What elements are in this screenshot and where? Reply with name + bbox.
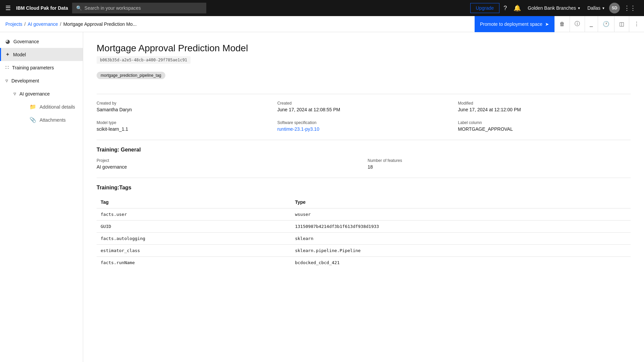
table-row: facts.userwsuser (97, 208, 631, 221)
num-features-value: 18 (368, 164, 631, 170)
type-col-header: Type (291, 196, 631, 208)
sidebar-item-development-label: Development (11, 78, 39, 83)
created-value: June 17, 2024 at 12:08:55 PM (277, 107, 450, 112)
sidebar-item-additional-details[interactable]: 📁 Additional details (27, 100, 83, 113)
table-row: facts.runNamebcdocked_cbcd_421 (97, 257, 631, 269)
sidebar-item-governance-label: Governance (13, 39, 39, 44)
model-type-label: Model type (97, 120, 269, 125)
grid-icon[interactable]: ⋮ (629, 16, 644, 32)
type-cell: sklearn.pipeline.Pipeline (291, 245, 631, 257)
sidebar-item-training-params[interactable]: ∷ Training parameters (0, 61, 83, 74)
num-features-label: Number of features (368, 158, 631, 163)
help-icon[interactable]: ? (501, 2, 509, 14)
training-general-grid: Project AI governance Number of features… (97, 158, 631, 170)
region-dropdown[interactable]: Dallas ▼ (585, 4, 608, 12)
training-general-title: Training: General (97, 147, 631, 153)
info-grid-top: Created by Samantha Daryn Created June 1… (97, 101, 631, 112)
training-icon: ∷ (5, 64, 9, 71)
breadcrumb-actions: Promote to deployment space ➤ 🗑 ⓘ ⎯ 🕐 ◫ … (475, 16, 644, 32)
nav-right: Upgrade ? 🔔 Golden Bank Branches ▼ Dalla… (470, 2, 639, 14)
breadcrumb-projects[interactable]: Projects (5, 21, 22, 27)
tag-cell: facts.autologging (97, 233, 291, 245)
sidebar-item-development[interactable]: ▿ Development (0, 74, 83, 87)
software-spec-value[interactable]: runtime-23.1-py3.10 (277, 126, 319, 132)
brand-name: IBM Cloud Pak for Data (16, 5, 68, 11)
training-tags-title: Training:Tags (97, 185, 631, 191)
cell-num-features: Number of features 18 (368, 158, 631, 170)
tags-table: Tag Type facts.userwsuserGUID13150987b42… (97, 196, 631, 268)
model-id: b063b35d-a2e5-48cb-a400-29f785ae1c91 (97, 56, 191, 64)
sidebar-item-attachments-label: Attachments (40, 117, 66, 123)
delete-icon[interactable]: 🗑 (554, 16, 570, 32)
promote-label: Promote to deployment space (480, 21, 542, 27)
type-cell: 13150987b4214df3b1f613df938d1933 (291, 221, 631, 233)
account-chevron-icon: ▼ (577, 6, 581, 10)
ai-governance-icon: ▿ (13, 90, 16, 97)
tag-cell: facts.user (97, 208, 291, 221)
region-chevron-icon: ▼ (602, 6, 605, 10)
type-cell: bcdocked_cbcd_421 (291, 257, 631, 269)
promote-icon: ➤ (545, 21, 549, 27)
account-name: Golden Bank Branches (528, 5, 576, 11)
history-icon[interactable]: 🕐 (598, 16, 614, 32)
breadcrumb-current: Mortgage Approval Prediction Mo... (63, 21, 137, 27)
account-dropdown[interactable]: Golden Bank Branches ▼ (525, 4, 583, 12)
modified-value: June 17, 2024 at 12:12:00 PM (458, 107, 631, 112)
model-tag: mortgage_prediction_pipeline_tag (97, 72, 165, 79)
info-icon[interactable]: ⓘ (570, 16, 585, 32)
compare-icon[interactable]: ◫ (614, 16, 629, 32)
sidebar-item-model-label: Model (13, 52, 26, 57)
cell-created-by: Created by Samantha Daryn (97, 101, 269, 112)
main-layout: ◕ Governance ✦ Model ∷ Training paramete… (0, 32, 644, 362)
modified-label: Modified (458, 101, 631, 106)
sidebar-item-ai-governance-label: AI governance (19, 91, 50, 97)
tag-cell: GUID (97, 221, 291, 233)
label-column-label: Label column (458, 120, 631, 125)
development-icon: ▿ (5, 77, 8, 84)
promote-button[interactable]: Promote to deployment space ➤ (475, 16, 554, 32)
cell-project: Project AI governance (97, 158, 360, 170)
info-grid-bottom: Model type scikit-learn_1.1 Software spe… (97, 120, 631, 132)
breadcrumb-sep-1: / (24, 21, 26, 27)
sidebar-item-ai-governance[interactable]: ▿ AI governance (11, 87, 83, 100)
breadcrumb-ai-governance[interactable]: AI governance (28, 21, 58, 27)
tag-col-header: Tag (97, 196, 291, 208)
sidebar-item-attachments[interactable]: 📎 Attachments (27, 113, 83, 126)
main-content: Mortgage Approval Prediction Model b063b… (83, 32, 644, 362)
divider-2 (97, 140, 631, 140)
folder-icon: 📁 (30, 104, 36, 110)
cell-modified: Modified June 17, 2024 at 12:12:00 PM (458, 101, 631, 112)
user-avatar[interactable]: SD (609, 3, 620, 13)
cell-model-type: Model type scikit-learn_1.1 (97, 120, 269, 132)
tag-chip-area: mortgage_prediction_pipeline_tag (97, 72, 631, 87)
model-type-value: scikit-learn_1.1 (97, 126, 269, 132)
project-value: AI governance (97, 164, 360, 170)
created-by-label: Created by (97, 101, 269, 106)
hamburger-icon[interactable]: ☰ (5, 4, 11, 12)
model-icon: ✦ (5, 51, 10, 58)
sidebar-item-training-label: Training parameters (12, 65, 54, 70)
branch-icon[interactable]: ⎯ (585, 16, 598, 32)
label-column-value: MORTGAGE_APPROVAL (458, 126, 631, 132)
page-title: Mortgage Approval Prediction Model (97, 43, 631, 54)
sidebar: ◕ Governance ✦ Model ∷ Training paramete… (0, 32, 83, 362)
cell-software-spec: Software specification runtime-23.1-py3.… (277, 120, 450, 132)
breadcrumb-bar: Projects / AI governance / Mortgage Appr… (0, 16, 644, 32)
table-row: GUID13150987b4214df3b1f613df938d1933 (97, 221, 631, 233)
sidebar-item-model[interactable]: ✦ Model (0, 48, 83, 61)
sidebar-subsub: 📁 Additional details 📎 Attachments (11, 100, 83, 126)
apps-icon[interactable]: ⋮⋮ (621, 2, 639, 14)
search-bar[interactable]: 🔍 (72, 3, 206, 13)
notifications-icon[interactable]: 🔔 (511, 2, 524, 14)
sidebar-item-governance[interactable]: ◕ Governance (0, 35, 83, 48)
upgrade-button[interactable]: Upgrade (470, 3, 500, 13)
tag-cell: estimator_class (97, 245, 291, 257)
tag-cell: facts.runName (97, 257, 291, 269)
breadcrumb-sep-2: / (60, 21, 61, 27)
region-name: Dallas (587, 5, 600, 11)
top-navigation: ☰ IBM Cloud Pak for Data 🔍 Upgrade ? 🔔 G… (0, 0, 644, 16)
search-icon: 🔍 (76, 5, 82, 11)
governance-icon: ◕ (5, 38, 10, 45)
table-row: facts.autologgingsklearn (97, 233, 631, 245)
search-input[interactable] (85, 5, 202, 11)
